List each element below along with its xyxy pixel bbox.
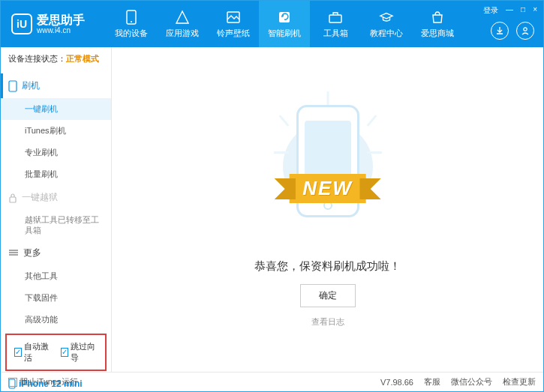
checkbox-icon xyxy=(8,378,17,387)
logo-area: iU 爱思助手 www.i4.cn xyxy=(1,13,106,35)
user-icon[interactable] xyxy=(516,22,534,40)
ok-button[interactable]: 确定 xyxy=(300,284,356,307)
wallpaper-icon xyxy=(226,10,241,25)
more-icon xyxy=(8,249,19,256)
success-illustration: NEW xyxy=(268,91,388,226)
close-button[interactable]: × xyxy=(533,5,537,16)
sidebar-item-pro-flash[interactable]: 专业刷机 xyxy=(1,142,111,163)
jailbreak-note: 越狱工具已转移至工具箱 xyxy=(1,210,111,241)
new-badge: NEW xyxy=(289,174,366,203)
download-icon[interactable] xyxy=(491,22,509,40)
app-header: iU 爱思助手 www.i4.cn 我的设备 应用游戏 铃声壁纸 智能刷机 工具… xyxy=(1,1,543,47)
checkbox-label: 自动激活 xyxy=(24,341,51,364)
nav-apps[interactable]: 应用游戏 xyxy=(157,1,208,47)
sidebar: 设备连接状态：正常模式 刷机 一键刷机 iTunes刷机 专业刷机 批量刷机 一… xyxy=(1,47,112,372)
sidebar-item-advanced[interactable]: 高级功能 xyxy=(1,309,111,331)
footer-link-support[interactable]: 客服 xyxy=(424,376,440,388)
nav-label: 爱思商城 xyxy=(421,28,454,39)
checkbox-label: 跳过向导 xyxy=(71,341,98,364)
sidebar-group-flash[interactable]: 刷机 xyxy=(1,73,111,98)
view-log-link[interactable]: 查看日志 xyxy=(311,316,344,328)
phone-icon xyxy=(124,10,139,25)
sidebar-group-jailbreak[interactable]: 一键越狱 xyxy=(1,185,111,210)
nav-label: 我的设备 xyxy=(115,28,148,39)
svg-point-1 xyxy=(131,21,132,22)
checkmark-icon: ✓ xyxy=(14,348,22,357)
svg-rect-7 xyxy=(10,197,16,202)
nav-toolbox[interactable]: 工具箱 xyxy=(310,1,361,47)
nav-my-device[interactable]: 我的设备 xyxy=(106,1,157,47)
nav-ringtone[interactable]: 铃声壁纸 xyxy=(208,1,259,47)
sidebar-item-oneclick-flash[interactable]: 一键刷机 xyxy=(1,98,111,120)
toolbox-icon xyxy=(328,10,343,25)
phone-small-icon xyxy=(8,80,17,92)
group-label: 刷机 xyxy=(22,79,40,92)
success-message: 恭喜您，保资料刷机成功啦！ xyxy=(254,259,401,274)
header-action-icons xyxy=(491,22,534,40)
app-logo-icon: iU xyxy=(11,13,32,34)
nav-label: 应用游戏 xyxy=(166,28,199,39)
checkbox-auto-activate[interactable]: ✓ 自动激活 xyxy=(14,341,52,364)
checkbox-label: 阻止iTunes运行 xyxy=(20,376,78,388)
checkmark-icon: ✓ xyxy=(61,348,68,357)
nav-tutorial[interactable]: 教程中心 xyxy=(361,1,412,47)
sidebar-item-other-tools[interactable]: 其他工具 xyxy=(1,265,111,287)
content-area: 设备连接状态：正常模式 刷机 一键刷机 iTunes刷机 专业刷机 批量刷机 一… xyxy=(1,47,543,372)
main-nav: 我的设备 应用游戏 铃声壁纸 智能刷机 工具箱 教程中心 爱思商城 xyxy=(106,1,543,47)
svg-rect-4 xyxy=(329,15,341,22)
conn-label: 设备连接状态： xyxy=(8,54,66,63)
svg-point-5 xyxy=(524,28,527,31)
connection-status: 设备连接状态：正常模式 xyxy=(1,47,111,70)
group-label: 更多 xyxy=(23,247,41,259)
nav-label: 工具箱 xyxy=(323,28,348,39)
checkbox-block-itunes[interactable]: 阻止iTunes运行 xyxy=(8,376,78,388)
nav-label: 教程中心 xyxy=(370,28,403,39)
nav-store[interactable]: 爱思商城 xyxy=(412,1,463,47)
store-icon xyxy=(430,10,445,25)
tutorial-icon xyxy=(379,10,394,25)
maximize-button[interactable]: □ xyxy=(521,5,525,16)
svg-rect-6 xyxy=(9,81,17,91)
login-link[interactable]: 登录 xyxy=(483,5,498,16)
app-title: 爱思助手 xyxy=(37,13,85,27)
checkbox-skip-guide[interactable]: ✓ 跳过向导 xyxy=(61,341,98,364)
main-panel: NEW 恭喜您，保资料刷机成功啦！ 确定 查看日志 xyxy=(112,47,543,372)
version-label: V7.98.66 xyxy=(380,378,413,387)
sidebar-item-itunes-flash[interactable]: iTunes刷机 xyxy=(1,120,111,142)
footer-right: V7.98.66 客服 微信公众号 检查更新 xyxy=(380,376,536,388)
sidebar-group-more[interactable]: 更多 xyxy=(1,241,111,265)
minimize-button[interactable]: — xyxy=(506,5,513,16)
footer-link-update[interactable]: 检查更新 xyxy=(503,376,536,388)
footer-link-wechat[interactable]: 微信公众号 xyxy=(451,376,492,388)
flash-icon xyxy=(277,10,292,25)
app-subtitle: www.i4.cn xyxy=(37,26,85,34)
lock-icon xyxy=(8,193,17,203)
nav-label: 智能刷机 xyxy=(268,28,301,39)
nav-flash[interactable]: 智能刷机 xyxy=(259,1,310,47)
flash-options-highlight: ✓ 自动激活 ✓ 跳过向导 xyxy=(5,334,107,371)
group-label: 一键越狱 xyxy=(22,191,58,204)
sidebar-item-batch-flash[interactable]: 批量刷机 xyxy=(1,163,111,185)
conn-value: 正常模式 xyxy=(66,54,99,63)
window-controls: 登录 — □ × xyxy=(483,5,537,16)
nav-label: 铃声壁纸 xyxy=(217,28,250,39)
sidebar-item-download-firmware[interactable]: 下载固件 xyxy=(1,287,111,309)
logo-text: 爱思助手 www.i4.cn xyxy=(37,13,85,35)
apps-icon xyxy=(175,10,190,25)
